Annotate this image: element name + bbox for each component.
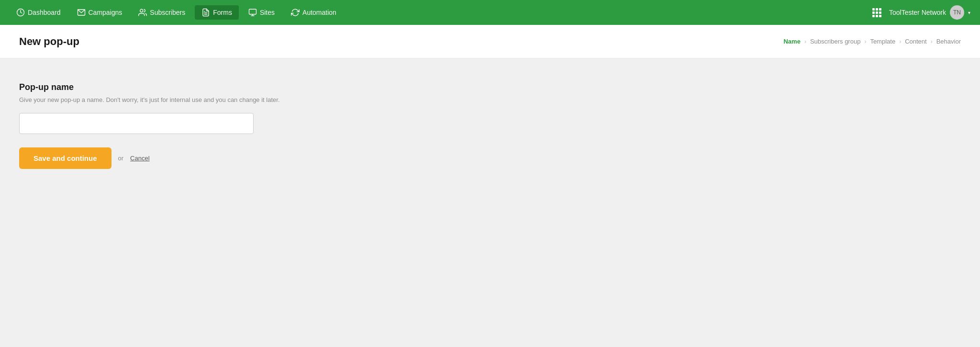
breadcrumb: Name › Subscribers group › Template › Co… [783,38,961,45]
svg-point-2 [140,9,143,12]
nav-dashboard[interactable]: Dashboard [10,5,67,20]
nav-forms[interactable]: Forms [195,5,239,20]
nav-subscribers[interactable]: Subscribers [132,5,192,20]
grid-icon[interactable] [872,8,881,17]
actions-row: Save and continue or Cancel [19,147,412,169]
breadcrumb-name: Name [783,38,800,45]
breadcrumb-sep-2: › [864,38,866,45]
page-header: New pop-up Name › Subscribers group › Te… [0,25,980,58]
breadcrumb-sep-4: › [931,38,933,45]
forms-icon [201,8,210,17]
avatar: TN [950,5,964,20]
breadcrumb-template: Template [870,38,895,45]
page-title: New pop-up [19,35,79,48]
cancel-button[interactable]: Cancel [130,155,149,162]
breadcrumb-content: Content [905,38,927,45]
form-container: Pop-up name Give your new pop-up a name.… [0,58,431,193]
breadcrumb-sep-3: › [899,38,901,45]
breadcrumb-subscribers-group: Subscribers group [810,38,861,45]
campaigns-icon [77,8,86,17]
popup-name-input[interactable] [19,113,254,134]
section-title: Pop-up name [19,82,412,92]
nav-automation[interactable]: Automation [284,5,343,20]
user-menu[interactable]: ToolTester Network TN ▾ [889,5,970,20]
user-name: ToolTester Network [889,9,946,16]
breadcrumb-sep-1: › [804,38,806,45]
breadcrumb-behavior: Behavior [936,38,961,45]
nav-campaigns[interactable]: Campaigns [70,5,129,20]
or-text: or [118,155,124,162]
dashboard-icon [16,8,25,17]
nav-sites[interactable]: Sites [242,5,281,20]
chevron-down-icon: ▾ [968,10,970,15]
section-description: Give your new pop-up a name. Don't worry… [19,96,412,103]
save-continue-button[interactable]: Save and continue [19,147,111,169]
automation-icon [291,8,300,17]
svg-rect-5 [249,9,256,14]
subscribers-icon [138,8,147,17]
nav-right: ToolTester Network TN ▾ [872,5,970,20]
nav-items: Dashboard Campaigns Subscribers [10,5,872,20]
grid-dots [872,8,881,17]
main-content: Pop-up name Give your new pop-up a name.… [0,58,980,193]
sites-icon [248,8,257,17]
navbar: Dashboard Campaigns Subscribers [0,0,980,25]
